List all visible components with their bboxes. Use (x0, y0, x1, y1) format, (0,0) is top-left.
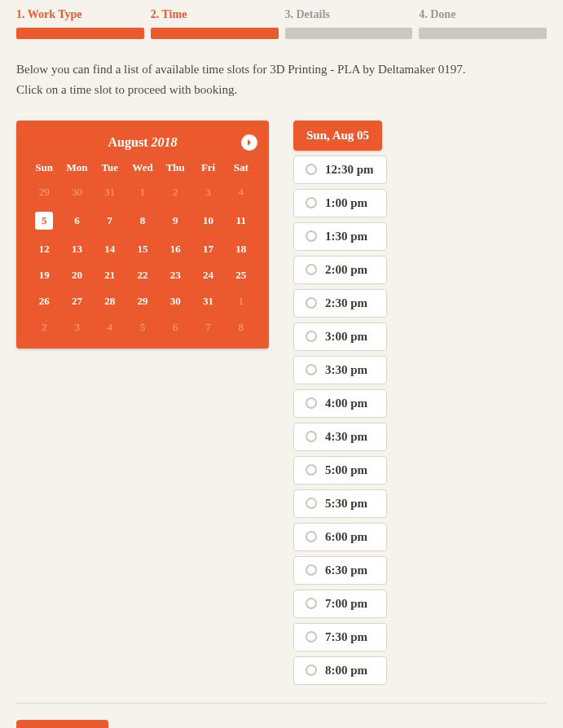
time-slot-label: 5:00 pm (325, 463, 367, 477)
time-slot-label: 12:30 pm (325, 163, 374, 177)
intro-line-1: Below you can find a list of available t… (16, 63, 466, 76)
calendar-day[interactable]: 6 (60, 208, 93, 233)
calendar-day[interactable]: 14 (94, 239, 126, 259)
calendar-day[interactable]: 10 (191, 208, 224, 233)
step-bar (16, 28, 144, 39)
time-slot-label: 2:00 pm (325, 263, 367, 277)
calendar-day[interactable]: 3 (60, 318, 93, 337)
calendar-dow: Mon (60, 160, 93, 176)
time-slot[interactable]: 5:30 pm (293, 489, 387, 518)
calendar-day[interactable]: 25 (225, 265, 257, 285)
radio-icon (306, 364, 317, 375)
calendar-day[interactable]: 13 (60, 239, 93, 259)
time-slot[interactable]: 8:00 pm (293, 656, 387, 685)
calendar-day[interactable]: 4 (94, 318, 126, 337)
calendar-dow: Tue (94, 160, 126, 176)
time-slot-label: 2:30 pm (325, 296, 367, 310)
calendar-year: 2018 (151, 135, 177, 149)
calendar-day[interactable]: 16 (159, 239, 191, 259)
calendar-day[interactable]: 1 (126, 182, 159, 202)
calendar-day[interactable]: 29 (126, 292, 159, 311)
calendar: August 2018 SunMonTueWedThuFriSat2930311… (16, 121, 269, 349)
time-slot-label: 3:00 pm (325, 330, 367, 344)
calendar-day[interactable]: 20 (60, 265, 93, 285)
time-slot[interactable]: 3:00 pm (293, 322, 387, 351)
time-slot[interactable]: 3:30 pm (293, 356, 387, 384)
calendar-day[interactable]: 31 (191, 292, 224, 311)
time-slot[interactable]: 7:00 pm (293, 590, 387, 618)
calendar-dow: Wed (126, 160, 159, 176)
calendar-day[interactable]: 8 (126, 208, 159, 233)
calendar-next-button[interactable] (241, 134, 257, 151)
calendar-day[interactable]: 18 (225, 239, 257, 259)
calendar-day[interactable]: 3 (191, 182, 224, 202)
calendar-day[interactable]: 26 (28, 292, 60, 311)
calendar-day[interactable]: 5 (126, 318, 159, 337)
calendar-day[interactable]: 5 (28, 208, 60, 233)
calendar-day[interactable]: 8 (225, 318, 257, 337)
calendar-day[interactable]: 30 (60, 182, 93, 202)
step-bar (419, 28, 547, 39)
time-slot[interactable]: 2:00 pm (293, 256, 387, 284)
time-slot[interactable]: 1:00 pm (293, 189, 387, 217)
time-slot[interactable]: 6:00 pm (293, 523, 387, 551)
time-slot-label: 1:00 pm (325, 196, 367, 210)
radio-icon (306, 230, 317, 242)
time-slot[interactable]: 4:00 pm (293, 389, 387, 418)
step-label: 3. Details (285, 8, 413, 21)
calendar-day[interactable]: 4 (225, 182, 257, 202)
time-slot-label: 6:30 pm (325, 564, 367, 577)
intro-text: Below you can find a list of available t… (16, 59, 547, 100)
calendar-day[interactable]: 6 (159, 318, 191, 337)
radio-icon (306, 598, 317, 609)
time-slot[interactable]: 7:30 pm (293, 623, 387, 651)
calendar-day[interactable]: 2 (159, 182, 191, 202)
calendar-day[interactable]: 11 (225, 208, 257, 233)
calendar-day[interactable]: 15 (126, 239, 159, 259)
calendar-day[interactable]: 19 (28, 265, 60, 285)
calendar-day[interactable]: 24 (191, 265, 224, 285)
time-slot[interactable]: 4:30 pm (293, 423, 387, 451)
calendar-day[interactable]: 17 (191, 239, 224, 259)
calendar-day[interactable]: 28 (94, 292, 126, 311)
arrow-right-icon (245, 138, 253, 147)
step-3: 3. Details (285, 8, 413, 39)
time-slot[interactable]: 1:30 pm (293, 222, 387, 251)
calendar-day[interactable]: 1 (225, 292, 257, 311)
step-label: 4. Done (419, 8, 547, 21)
calendar-day[interactable]: 7 (94, 208, 126, 233)
time-slot-label: 7:00 pm (325, 597, 367, 611)
step-1: 1. Work Type (16, 8, 144, 39)
calendar-day[interactable]: 31 (94, 182, 126, 202)
time-slots: Sun, Aug 05 12:30 pm1:00 pm1:30 pm2:00 p… (293, 121, 387, 685)
calendar-day[interactable]: 12 (28, 239, 60, 259)
radio-icon (306, 498, 317, 509)
time-slot[interactable]: 2:30 pm (293, 289, 387, 318)
calendar-day[interactable]: 7 (191, 318, 224, 337)
calendar-day[interactable]: 9 (159, 208, 191, 233)
time-slot-label: 4:00 pm (325, 397, 367, 410)
radio-icon (306, 331, 317, 342)
time-slot[interactable]: 12:30 pm (293, 156, 387, 184)
calendar-day[interactable]: 29 (28, 182, 60, 202)
radio-icon (306, 164, 317, 175)
calendar-day[interactable]: 21 (94, 265, 126, 285)
radio-icon (306, 631, 317, 642)
step-bar (151, 28, 279, 39)
time-slot-label: 3:30 pm (325, 363, 367, 377)
step-label: 2. Time (151, 8, 279, 21)
step-2: 2. Time (151, 8, 279, 39)
time-slot[interactable]: 5:00 pm (293, 456, 387, 485)
step-bar (285, 28, 413, 39)
calendar-day[interactable]: 23 (159, 265, 191, 285)
radio-icon (306, 531, 317, 542)
calendar-day[interactable]: 27 (60, 292, 93, 311)
time-slot[interactable]: 6:30 pm (293, 556, 387, 585)
calendar-day[interactable]: 2 (28, 318, 60, 337)
radio-icon (306, 197, 317, 208)
calendar-day[interactable]: 22 (126, 265, 159, 285)
calendar-day[interactable]: 30 (159, 292, 191, 311)
time-slot-label: 7:30 pm (325, 630, 367, 644)
radio-icon (306, 564, 317, 576)
back-button[interactable]: BACK (16, 720, 108, 729)
